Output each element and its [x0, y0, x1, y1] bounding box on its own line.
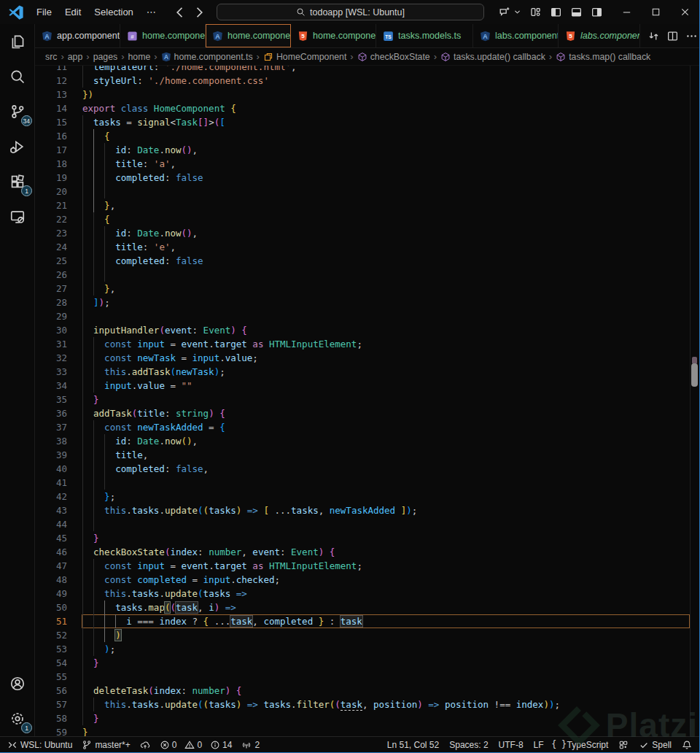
tab-5-tasks.models.ts[interactable]: TStasks.models.ts	[376, 24, 473, 47]
code-line-35[interactable]: 35 }	[35, 393, 699, 406]
breadcrumb-item[interactable]: app	[68, 52, 83, 62]
code-line-28[interactable]: 28 ]);	[35, 296, 699, 309]
code-line-53[interactable]: 53 );	[35, 642, 699, 656]
tab-7-labs.component.[interactable]: 5labs.component.	[559, 24, 640, 47]
code-line-58[interactable]: 58 }	[35, 711, 699, 725]
activity-search[interactable]	[0, 59, 35, 94]
code-line-33[interactable]: 33 this.addTask(newTask);	[35, 365, 699, 379]
activity-extensions[interactable]: 1	[0, 164, 35, 199]
breadcrumb-item[interactable]: tasks.map() callback	[556, 52, 650, 62]
code-line-52[interactable]: 52 )	[35, 628, 699, 642]
code-line-32[interactable]: 32 const newTask = input.value;	[35, 351, 699, 365]
code-line-17[interactable]: 17 id: Date.now(),	[35, 143, 699, 157]
tab-6-labs.component[interactable]: Alabs.component	[473, 24, 559, 47]
code-line-29[interactable]: 29	[35, 309, 699, 323]
breadcrumb-item[interactable]: HomeComponent	[263, 52, 346, 62]
code-line-37[interactable]: 37 const newTaskAdded = {	[35, 420, 699, 434]
code-line-21[interactable]: 21 },	[35, 198, 699, 212]
breadcrumb-item[interactable]: src	[45, 52, 57, 62]
menu-file[interactable]: File	[30, 0, 58, 24]
back-arrow-icon[interactable]	[173, 5, 187, 20]
breadcrumb-item[interactable]: home	[128, 52, 150, 62]
code-line-49[interactable]: 49 this.tasks.update(tasks =>	[35, 587, 699, 601]
code-line-56[interactable]: 56 deleteTask(index: number) {	[35, 684, 699, 698]
code-line-38[interactable]: 38 id: Date.now(),	[35, 434, 699, 448]
status-notifications[interactable]	[682, 740, 692, 750]
activity-run-debug[interactable]	[0, 129, 35, 164]
minimize-button[interactable]	[612, 0, 641, 24]
forward-arrow-icon[interactable]	[192, 5, 206, 20]
menu-selection[interactable]: Selection	[88, 0, 139, 24]
code-line-26[interactable]: 26	[35, 268, 699, 282]
code-line-59[interactable]: 59}	[35, 725, 699, 736]
code-line-24[interactable]: 24 title: 'e',	[35, 240, 699, 254]
tab-2-home.compone[interactable]: #home.compone	[120, 24, 206, 47]
copilot-icon[interactable]	[498, 6, 510, 18]
maximize-button[interactable]	[641, 0, 670, 24]
status-encoding[interactable]: UTF-8	[499, 740, 524, 750]
tab-4-home.compone[interactable]: 5home.compone	[291, 24, 376, 47]
code-line-39[interactable]: 39 title,	[35, 448, 699, 462]
more-actions-icon[interactable]	[685, 30, 698, 42]
status-ports[interactable]: 2	[241, 740, 260, 750]
code-line-55[interactable]: 55	[35, 670, 699, 684]
code-line-31[interactable]: 31 const input = event.target as HTMLInp…	[35, 337, 699, 351]
status-cursor-position[interactable]: Ln 51, Col 52	[387, 740, 439, 750]
code-line-20[interactable]: 20	[35, 185, 699, 198]
code-line-48[interactable]: 48 const completed = input.checked;	[35, 573, 699, 587]
status-eol[interactable]: LF	[534, 740, 544, 750]
status-problems[interactable]: 0014	[160, 740, 233, 750]
code-line-45[interactable]: 45 }	[35, 531, 699, 545]
activity-accounts[interactable]	[0, 666, 35, 701]
compare-changes-icon[interactable]	[648, 30, 660, 42]
code-line-57[interactable]: 57 this.tasks.update((tasks) => tasks.fi…	[35, 698, 699, 711]
chevron-down-icon[interactable]	[513, 8, 521, 16]
code-line-14[interactable]: 14export class HomeComponent {	[35, 101, 699, 115]
code-line-51[interactable]: 51 i === index ? { ...task, completed } …	[35, 614, 699, 628]
command-center[interactable]: todoapp [WSL: Ubuntu]	[217, 4, 484, 20]
close-button[interactable]	[670, 0, 699, 24]
status-indentation[interactable]: Spaces: 2	[449, 740, 488, 750]
activity-settings[interactable]: 1	[0, 701, 35, 736]
tab-1-app.component[interactable]: Aapp.component	[35, 24, 120, 47]
toggle-panel-icon[interactable]	[570, 6, 583, 18]
split-editor-icon[interactable]	[666, 30, 679, 42]
status-spell-checker[interactable]: Spell	[639, 740, 672, 750]
breadcrumb-item[interactable]: Ahome.component.ts	[161, 52, 253, 62]
breadcrumb-item[interactable]: tasks.update() callback	[440, 52, 545, 62]
tab-3-home.compone[interactable]: Ahome.compone	[206, 24, 291, 47]
code-line-15[interactable]: 15 tasks = signal<Task[]>([	[35, 115, 699, 129]
code-line-11[interactable]: 11 templateUrl: './home.component.html',	[35, 66, 699, 74]
activity-source-control[interactable]: 34	[0, 94, 35, 129]
code-line-41[interactable]: 41	[35, 476, 699, 490]
status-remote-indicator[interactable]: WSL: Ubuntu	[7, 740, 72, 750]
code-editor[interactable]: 11 templateUrl: './home.component.html',…	[35, 66, 699, 736]
code-line-25[interactable]: 25 completed: false	[35, 254, 699, 268]
code-line-42[interactable]: 42 };	[35, 490, 699, 503]
code-line-44[interactable]: 44	[35, 517, 699, 531]
code-line-50[interactable]: 50 tasks.map((task, i) =>	[35, 601, 699, 614]
code-line-27[interactable]: 27 },	[35, 282, 699, 296]
code-line-54[interactable]: 54 }	[35, 656, 699, 670]
code-line-40[interactable]: 40 completed: false,	[35, 462, 699, 476]
status-browser-preview[interactable]	[618, 740, 629, 750]
code-line-13[interactable]: 13})	[35, 88, 699, 101]
code-line-18[interactable]: 18 title: 'a',	[35, 157, 699, 171]
breadcrumb-item[interactable]: pages	[93, 52, 118, 62]
activity-explorer[interactable]	[0, 24, 35, 59]
menu-more[interactable]: ⋯	[140, 0, 163, 24]
breadcrumb-item[interactable]: checkBoxState	[357, 52, 430, 62]
code-line-23[interactable]: 23 id: Date.now(),	[35, 226, 699, 240]
code-line-43[interactable]: 43 this.tasks.update((tasks) => [ ...tas…	[35, 503, 699, 517]
menu-edit[interactable]: Edit	[58, 0, 88, 24]
scrollbar-thumb[interactable]	[691, 363, 698, 387]
code-line-36[interactable]: 36 addTask(title: string) {	[35, 406, 699, 420]
toggle-secondary-sidebar-icon[interactable]	[591, 6, 603, 18]
code-line-12[interactable]: 12 styleUrl: './home.component.css'	[35, 74, 699, 88]
code-line-22[interactable]: 22 {	[35, 212, 699, 226]
scrollbar[interactable]	[690, 66, 699, 736]
customize-layout-icon[interactable]	[529, 6, 542, 18]
code-line-30[interactable]: 30 inputHandler(event: Event) {	[35, 323, 699, 337]
toggle-primary-sidebar-icon[interactable]	[550, 6, 562, 18]
code-line-34[interactable]: 34 input.value = ""	[35, 379, 699, 393]
